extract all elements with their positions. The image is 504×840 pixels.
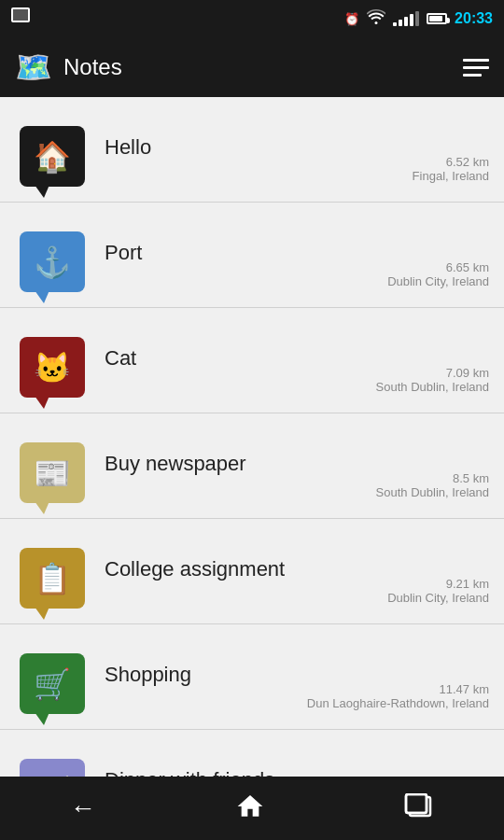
signal-bars (393, 11, 419, 26)
bubble-emoji: 📰 (34, 458, 71, 488)
back-button[interactable]: ← (51, 784, 115, 833)
item-title: Dinner with friends (105, 768, 408, 777)
item-right: 11.47 km Dun Laoghaire-Rathdown, Ireland (307, 682, 489, 714)
status-time: 20:33 (455, 10, 493, 27)
item-title: College assignment (105, 557, 387, 581)
menu-button[interactable] (463, 59, 489, 77)
item-distance: 11.47 km (440, 682, 489, 696)
item-content: Buy newspaper (105, 452, 376, 480)
item-distance: 9.21 km (446, 577, 489, 591)
list-item[interactable]: 🐱 Cat 7.09 km South Dublin, Ireland (0, 308, 504, 413)
list-item[interactable]: 📰 Buy newspaper 8.5 km South Dublin, Ire… (0, 413, 504, 519)
item-bubble-icon: 📰 (20, 442, 85, 503)
bubble-emoji: 📋 (34, 564, 71, 594)
app-title: Notes (63, 54, 122, 80)
bubble-emoji: ⚓ (34, 247, 71, 277)
bubble-emoji: 🏠 (34, 142, 71, 172)
item-location: Dublin City, Ireland (387, 591, 489, 605)
item-title: Hello (105, 135, 413, 160)
action-bar: 🗺️ Notes (0, 37, 504, 97)
app-icon: 🗺️ (15, 52, 52, 82)
item-bubble-icon: 🐱 (20, 337, 85, 398)
item-icon-wrapper: 🐱 (15, 323, 90, 398)
item-title: Buy newspaper (105, 452, 376, 476)
item-content: Hello (105, 135, 413, 163)
item-bubble-icon: 📋 (20, 548, 85, 609)
item-bubble-icon: 🛒 (20, 653, 85, 714)
recents-button[interactable] (385, 784, 453, 833)
item-content: College assignment (105, 557, 387, 585)
item-right: 8.5 km South Dublin, Ireland (376, 471, 489, 503)
item-bubble-icon: 🏠 (20, 126, 85, 187)
item-location: Dublin City, Ireland (387, 274, 489, 288)
svg-rect-1 (406, 794, 427, 813)
item-title: Cat (105, 346, 376, 371)
item-location: Dun Laoghaire-Rathdown, Ireland (307, 696, 489, 710)
item-distance: 7.09 km (446, 366, 489, 380)
item-content: Dinner with friends (105, 768, 408, 777)
screen-icon (11, 7, 30, 22)
item-location: South Dublin, Ireland (376, 485, 489, 499)
battery-icon (427, 13, 447, 24)
item-location: Fingal, Ireland (413, 169, 489, 183)
item-title: Shopping (105, 663, 307, 687)
item-right: 7.09 km South Dublin, Ireland (376, 366, 489, 398)
list-item[interactable]: 🍽️ Dinner with friends 12.94 km Kildare,… (0, 730, 504, 777)
action-bar-left: 🗺️ Notes (15, 52, 122, 82)
item-icon-wrapper: 📰 (15, 428, 90, 503)
item-right: 6.52 km Fingal, Ireland (413, 155, 489, 187)
bubble-emoji: 🛒 (34, 669, 71, 699)
bubble-emoji: 🐱 (34, 353, 71, 383)
item-distance: 6.52 km (446, 155, 489, 169)
nav-bar: ← (0, 777, 504, 840)
item-bubble-icon: 🍽️ (20, 759, 85, 777)
item-icon-wrapper: 🏠 (15, 112, 90, 187)
alarm-icon: ⏰ (344, 12, 359, 26)
list-item[interactable]: 🏠 Hello 6.52 km Fingal, Ireland (0, 97, 504, 203)
item-icon-wrapper: 📋 (15, 534, 90, 609)
item-right: 9.21 km Dublin City, Ireland (387, 577, 489, 609)
list-item[interactable]: 🛒 Shopping 11.47 km Dun Laoghaire-Rathdo… (0, 624, 504, 730)
item-bubble-icon: ⚓ (20, 231, 85, 292)
item-icon-wrapper: ⚓ (15, 217, 90, 292)
item-distance: 8.5 km (453, 471, 489, 485)
status-bar: ⏰ 20:33 (0, 0, 504, 37)
back-icon: ← (70, 793, 96, 823)
item-icon-wrapper: 🍽️ (15, 745, 90, 777)
item-icon-wrapper: 🛒 (15, 639, 90, 714)
list-item[interactable]: ⚓ Port 6.65 km Dublin City, Ireland (0, 203, 504, 308)
item-right: 6.65 km Dublin City, Ireland (387, 260, 489, 292)
home-icon (235, 791, 265, 825)
item-content: Shopping (105, 663, 307, 691)
item-title: Port (105, 241, 387, 265)
notes-list: 🏠 Hello 6.52 km Fingal, Ireland ⚓ Port 6 (0, 97, 504, 777)
item-location: South Dublin, Ireland (376, 380, 489, 394)
wifi-icon (367, 9, 385, 28)
recents-icon (404, 793, 434, 823)
home-button[interactable] (217, 782, 284, 834)
item-content: Port (105, 241, 387, 269)
list-item[interactable]: 📋 College assignment 9.21 km Dublin City… (0, 519, 504, 624)
item-distance: 6.65 km (446, 260, 489, 274)
item-content: Cat (105, 346, 376, 374)
